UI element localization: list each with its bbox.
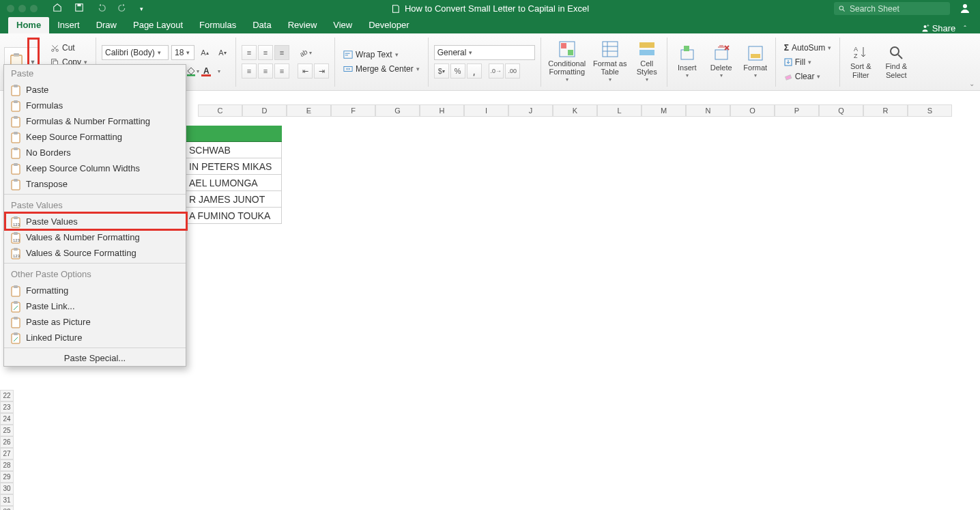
cell-styles-button[interactable]: Cell Styles▾ xyxy=(633,40,661,83)
column-header[interactable]: J xyxy=(508,104,553,117)
row-header[interactable]: 25 xyxy=(0,425,14,436)
row-header[interactable]: 28 xyxy=(0,459,14,471)
menu-item-linked-picture[interactable]: Linked Picture xyxy=(4,330,186,345)
qat-dropdown-icon[interactable]: ▾ xyxy=(140,5,143,12)
menu-item-no-borders[interactable]: No Borders xyxy=(4,145,186,160)
align-bottom-button[interactable]: ≡ xyxy=(274,45,289,60)
insert-cells-button[interactable]: Insert▾ xyxy=(673,44,702,79)
row-header[interactable]: 31 xyxy=(0,494,14,506)
column-header[interactable]: C xyxy=(198,104,242,117)
column-header[interactable]: P xyxy=(775,104,819,117)
save-icon[interactable] xyxy=(74,3,84,14)
cell[interactable]: AEL LUMONGA xyxy=(186,175,282,191)
font-color-button[interactable]: A▾ xyxy=(203,66,220,76)
column-header[interactable]: F xyxy=(331,104,375,117)
menu-item-keep-source-formatting[interactable]: Keep Source Formatting xyxy=(4,129,186,145)
tab-data[interactable]: Data xyxy=(244,17,279,33)
row-header[interactable]: 30 xyxy=(0,483,14,494)
column-header[interactable]: R xyxy=(863,104,908,117)
menu-item-values-source-formatting[interactable]: 123Values & Source Formatting xyxy=(4,245,186,261)
format-as-table-button[interactable]: Format as Table▾ xyxy=(593,40,627,83)
tab-draw[interactable]: Draw xyxy=(88,17,125,33)
column-header[interactable]: L xyxy=(597,104,642,117)
tab-insert[interactable]: Insert xyxy=(49,17,88,33)
row-header[interactable]: 23 xyxy=(0,401,14,413)
decrease-decimal-button[interactable]: .00 xyxy=(505,63,520,79)
menu-item-formulas[interactable]: Formulas xyxy=(4,98,186,113)
autosum-button[interactable]: Σ AutoSum ▾ xyxy=(781,42,835,53)
tab-view[interactable]: View xyxy=(325,17,360,33)
align-top-button[interactable]: ≡ xyxy=(242,45,257,60)
cell[interactable]: SCHWAB xyxy=(186,142,282,158)
cell[interactable]: A FUMINO TOUKA xyxy=(186,208,282,224)
tab-review[interactable]: Review xyxy=(280,17,326,33)
comma-format-button[interactable]: ͵ xyxy=(467,63,482,79)
delete-cells-button[interactable]: Delete▾ xyxy=(707,44,736,79)
column-header[interactable]: I xyxy=(464,104,508,117)
share-button[interactable]: +Share xyxy=(921,23,956,33)
increase-indent-button[interactable]: ⇥ xyxy=(314,63,329,79)
increase-decimal-button[interactable]: .0→ xyxy=(489,63,504,79)
menu-item-paste-special[interactable]: Paste Special... xyxy=(4,350,186,366)
align-left-button[interactable]: ≡ xyxy=(242,63,257,79)
menu-item-values-number-formatting[interactable]: 123Values & Number Formatting xyxy=(4,229,186,245)
cut-button[interactable]: Cut xyxy=(48,42,90,53)
column-header[interactable]: H xyxy=(420,104,464,117)
row-header[interactable]: 27 xyxy=(0,448,14,459)
wrap-text-button[interactable]: Wrap Text ▾ xyxy=(341,49,422,60)
tab-page-layout[interactable]: Page Layout xyxy=(125,17,191,33)
home-icon[interactable] xyxy=(53,3,62,14)
row-header[interactable]: 32 xyxy=(0,506,14,510)
undo-icon[interactable] xyxy=(96,3,106,14)
row-header[interactable]: 24 xyxy=(0,413,14,425)
search-sheet-input[interactable]: Search Sheet xyxy=(834,2,950,15)
font-size-select[interactable]: 18 xyxy=(171,45,194,60)
menu-item-formulas-number-formatting[interactable]: Formulas & Number Formatting xyxy=(4,113,186,129)
menu-item-keep-source-column-widths[interactable]: Keep Source Column Widths xyxy=(4,160,186,176)
column-header[interactable]: K xyxy=(553,104,597,117)
window-controls[interactable] xyxy=(7,5,38,12)
column-header[interactable]: D xyxy=(242,104,287,117)
percent-format-button[interactable]: % xyxy=(450,63,465,79)
menu-item-formatting[interactable]: Formatting xyxy=(4,283,186,298)
tab-home[interactable]: Home xyxy=(8,17,49,33)
row-header[interactable]: 22 xyxy=(0,390,14,401)
fill-color-button[interactable]: ▾ xyxy=(186,66,199,76)
decrease-font-button[interactable]: A▾ xyxy=(215,45,230,60)
accounting-format-button[interactable]: $▾ xyxy=(434,63,449,79)
conditional-formatting-button[interactable]: Conditional Formatting▾ xyxy=(547,40,588,83)
orientation-button[interactable]: ab▾ xyxy=(298,45,313,60)
merge-center-button[interactable]: Merge & Center ▾ xyxy=(341,63,422,74)
find-select-button[interactable]: Find & Select xyxy=(881,44,911,79)
align-right-button[interactable]: ≡ xyxy=(274,63,289,79)
align-middle-button[interactable]: ≡ xyxy=(258,45,273,60)
format-cells-button[interactable]: Format▾ xyxy=(741,44,770,79)
ribbon-expand-icon[interactable]: ˆ xyxy=(964,25,966,33)
menu-item-paste[interactable]: Paste xyxy=(4,82,186,98)
column-header[interactable]: E xyxy=(287,104,331,117)
cell[interactable]: R JAMES JUNOT xyxy=(186,191,282,208)
decrease-indent-button[interactable]: ⇤ xyxy=(298,63,313,79)
user-icon[interactable] xyxy=(960,3,970,14)
column-header[interactable]: G xyxy=(375,104,420,117)
row-header[interactable]: 26 xyxy=(0,436,14,448)
increase-font-button[interactable]: A▴ xyxy=(197,45,212,60)
menu-item-paste-as-picture[interactable]: Paste as Picture xyxy=(4,314,186,330)
font-name-select[interactable]: Calibri (Body) xyxy=(102,45,169,60)
menu-item-paste-values[interactable]: 123Paste Values xyxy=(4,214,186,229)
column-header[interactable]: Q xyxy=(819,104,863,117)
sort-filter-button[interactable]: AZ Sort & Filter xyxy=(846,44,876,79)
fill-button[interactable]: Fill ▾ xyxy=(781,57,835,68)
row-header[interactable]: 29 xyxy=(0,471,14,483)
menu-item-transpose[interactable]: Transpose xyxy=(4,176,186,192)
column-header[interactable]: M xyxy=(642,104,686,117)
clear-button[interactable]: Clear ▾ xyxy=(781,71,835,82)
column-header[interactable]: N xyxy=(686,104,730,117)
column-header[interactable]: O xyxy=(730,104,775,117)
menu-item-paste-link[interactable]: Paste Link... xyxy=(4,298,186,314)
align-center-button[interactable]: ≡ xyxy=(258,63,273,79)
cell[interactable]: IN PETERS MIKAS xyxy=(186,158,282,175)
ribbon-collapse-icon[interactable]: ⌄ xyxy=(969,80,975,87)
tab-developer[interactable]: Developer xyxy=(360,17,417,33)
column-header[interactable]: S xyxy=(908,104,952,117)
